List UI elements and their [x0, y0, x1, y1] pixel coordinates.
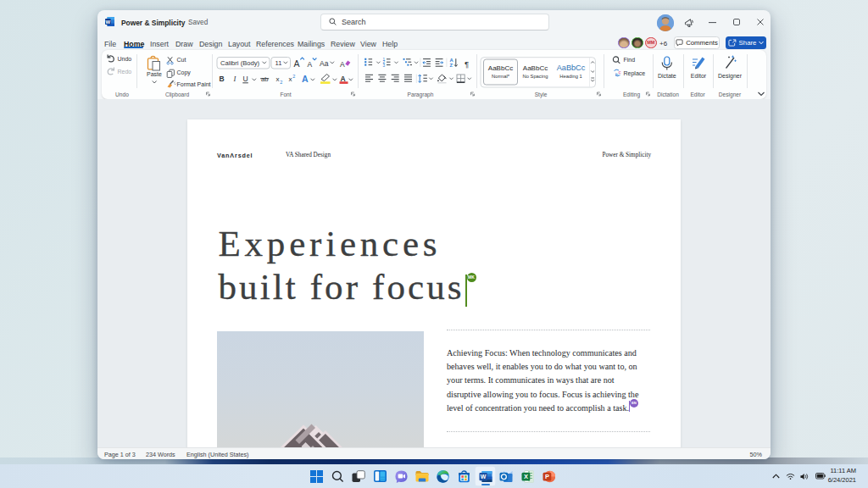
svg-text:A: A	[294, 58, 300, 69]
svg-text:W: W	[480, 474, 486, 480]
svg-text:Paste: Paste	[147, 71, 162, 77]
svg-text:B: B	[220, 75, 225, 83]
svg-text:Dictate: Dictate	[658, 73, 676, 79]
svg-text:Calibri (Body): Calibri (Body)	[220, 59, 259, 67]
svg-text:3: 3	[383, 64, 386, 68]
svg-text:I: I	[233, 75, 237, 83]
svg-text:Normal*: Normal*	[492, 74, 510, 79]
svg-text:A: A	[308, 60, 313, 69]
svg-text:A: A	[302, 74, 309, 84]
svg-text:Replace: Replace	[624, 70, 646, 77]
svg-text:x: x	[276, 75, 280, 83]
svg-text:Cut: Cut	[177, 57, 186, 63]
svg-text:U: U	[243, 75, 248, 83]
svg-text:Undo: Undo	[118, 56, 132, 62]
svg-text:x: x	[289, 75, 292, 83]
svg-text:AaBbCc: AaBbCc	[523, 64, 548, 72]
svg-text:X: X	[524, 473, 528, 480]
svg-text:Copy: Copy	[177, 69, 192, 76]
svg-text:AaBbCc: AaBbCc	[557, 64, 586, 72]
svg-text:Redo: Redo	[118, 69, 132, 75]
svg-text:Z: Z	[450, 63, 453, 68]
svg-text:ab: ab	[261, 75, 268, 83]
svg-text:W: W	[106, 19, 111, 25]
svg-text:Format Paint: Format Paint	[177, 81, 211, 87]
svg-text:Aa: Aa	[320, 59, 329, 68]
svg-text:2: 2	[280, 80, 282, 85]
svg-text:Find: Find	[624, 57, 636, 63]
svg-text:P: P	[545, 473, 549, 480]
svg-text:A: A	[341, 75, 346, 83]
svg-text:11: 11	[275, 59, 282, 67]
svg-text:AaBbCc: AaBbCc	[488, 64, 513, 72]
svg-text:Editor: Editor	[691, 73, 707, 79]
svg-text:Designer: Designer	[718, 73, 743, 80]
svg-text:¶: ¶	[465, 59, 469, 69]
svg-text:A: A	[450, 58, 454, 63]
svg-text:A: A	[340, 60, 345, 69]
svg-text:c: c	[619, 69, 621, 75]
svg-text:Heading 1: Heading 1	[559, 74, 581, 79]
svg-text:2: 2	[292, 74, 295, 79]
svg-text:No Spacing: No Spacing	[523, 74, 548, 79]
